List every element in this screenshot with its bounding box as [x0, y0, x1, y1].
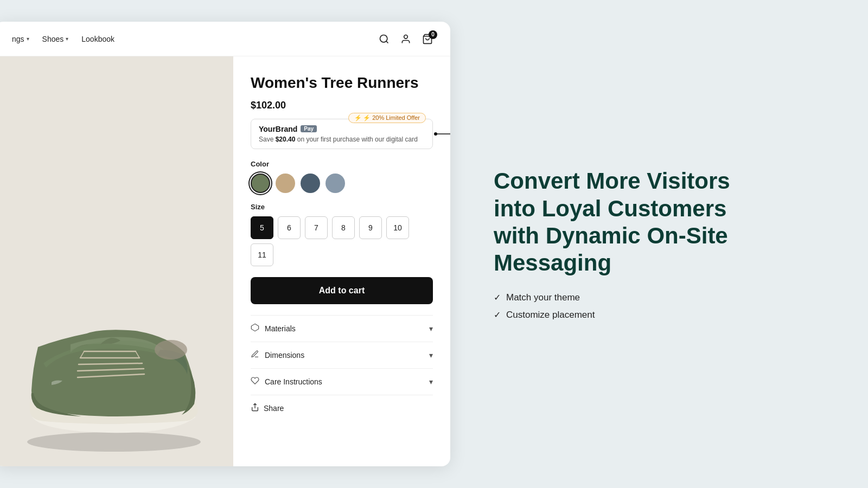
- accordion-materials: Materials ▾: [251, 315, 433, 342]
- feature-list: ✓ Match your theme ✓ Customize placement: [494, 292, 835, 320]
- color-swatch-navy[interactable]: [301, 174, 320, 193]
- chevron-icon: ▾: [66, 36, 68, 42]
- shop-card: ngs ▾ Shoes ▾ Lookbook: [0, 22, 450, 466]
- share-button[interactable]: Share: [251, 395, 433, 414]
- lightning-icon: ⚡: [354, 114, 362, 121]
- accordion-dimensions-label: Dimensions: [251, 350, 304, 361]
- svg-point-12: [155, 340, 187, 359]
- svg-marker-16: [251, 324, 258, 331]
- size-btn-10[interactable]: 10: [386, 216, 409, 239]
- size-options: 5 6 7 8 9 10 11: [251, 216, 433, 266]
- color-swatch-green[interactable]: [251, 174, 270, 193]
- size-btn-8[interactable]: 8: [332, 216, 355, 239]
- feature-item-2: ✓ Customize placement: [494, 310, 835, 320]
- feature-label-2: Customize placement: [506, 310, 595, 320]
- feature-label-1: Match your theme: [506, 292, 580, 303]
- nav-label-shoes: Shoes: [42, 35, 64, 43]
- accordion-care-header[interactable]: Care Instructions ▾: [251, 369, 433, 395]
- color-swatch-slate[interactable]: [326, 174, 345, 193]
- product-details: Women's Tree Runners $102.00 ⚡ ⚡ 20% Lim…: [233, 56, 450, 466]
- nav-label-lookbook: Lookbook: [81, 35, 114, 43]
- size-btn-6[interactable]: 6: [278, 216, 301, 239]
- svg-point-4: [27, 432, 201, 452]
- nav-label-bags: ngs: [12, 35, 24, 43]
- svg-point-2: [404, 35, 408, 38]
- pay-arrow: [433, 129, 450, 139]
- chevron-down-icon: ▾: [429, 377, 433, 386]
- product-image: [0, 239, 228, 466]
- accordion-materials-label: Materials: [251, 323, 296, 334]
- marketing-title: Convert More Visitors into Loyal Custome…: [494, 168, 776, 277]
- right-panel: Convert More Visitors into Loyal Custome…: [450, 168, 835, 320]
- color-swatches: [251, 174, 433, 193]
- search-button[interactable]: [379, 34, 390, 44]
- pay-badge: ⚡ ⚡ 20% Limited Offer: [348, 113, 426, 123]
- cart-count: 0: [429, 30, 437, 39]
- size-btn-11[interactable]: 11: [251, 243, 273, 266]
- nav-icons: 0: [379, 34, 433, 44]
- product-price: $102.00: [251, 100, 433, 111]
- size-btn-9[interactable]: 9: [359, 216, 382, 239]
- size-section: Size 5 6 7 8 9 10 11: [251, 203, 433, 266]
- nav-item-lookbook[interactable]: Lookbook: [81, 35, 114, 43]
- arrow-icon: [433, 129, 450, 139]
- materials-text: Materials: [265, 324, 296, 333]
- product-image-container: [0, 56, 233, 466]
- size-btn-7[interactable]: 7: [305, 216, 328, 239]
- care-icon: [251, 376, 259, 387]
- size-label: Size: [251, 203, 433, 211]
- navbar: ngs ▾ Shoes ▾ Lookbook: [0, 22, 450, 56]
- accordion-care-label: Care Instructions: [251, 376, 322, 387]
- accordion-care: Care Instructions ▾: [251, 368, 433, 395]
- chevron-icon: ▾: [27, 36, 29, 42]
- check-icon-2: ✓: [494, 310, 501, 320]
- pay-widget: ⚡ ⚡ 20% Limited Offer YourBrand Pay Save…: [251, 119, 433, 149]
- care-text: Care Instructions: [265, 377, 322, 386]
- accordion-materials-header[interactable]: Materials ▾: [251, 316, 433, 342]
- nav-item-bags[interactable]: ngs ▾: [12, 35, 29, 43]
- color-label: Color: [251, 160, 433, 168]
- product-area: Women's Tree Runners $102.00 ⚡ ⚡ 20% Lim…: [0, 56, 450, 466]
- size-btn-5[interactable]: 5: [251, 216, 273, 239]
- pay-brand-name: YourBrand: [259, 125, 297, 133]
- svg-line-1: [386, 41, 388, 43]
- account-icon: [400, 34, 411, 44]
- pay-brand-tag: Pay: [301, 125, 317, 132]
- nav-item-shoes[interactable]: Shoes ▾: [42, 35, 69, 43]
- color-section: Color: [251, 160, 433, 193]
- pay-description: Save $20.40 on your first purchase with …: [259, 136, 425, 143]
- svg-point-15: [434, 132, 437, 136]
- color-swatch-tan[interactable]: [276, 174, 295, 193]
- svg-point-0: [380, 35, 387, 42]
- accordion-dimensions-header[interactable]: Dimensions ▾: [251, 342, 433, 368]
- product-title: Women's Tree Runners: [251, 74, 433, 92]
- dimensions-text: Dimensions: [265, 351, 304, 359]
- chevron-down-icon: ▾: [429, 324, 433, 333]
- feature-item-1: ✓ Match your theme: [494, 292, 835, 303]
- materials-icon: [251, 323, 259, 334]
- accordion-dimensions: Dimensions ▾: [251, 342, 433, 368]
- search-icon: [379, 34, 390, 44]
- cart-button[interactable]: 0: [422, 34, 433, 44]
- chevron-down-icon: ▾: [429, 351, 433, 359]
- check-icon-1: ✓: [494, 292, 501, 303]
- pay-badge-text: ⚡ 20% Limited Offer: [363, 114, 420, 121]
- add-to-cart-button[interactable]: Add to cart: [251, 277, 433, 304]
- share-icon: [251, 403, 259, 414]
- page-wrapper: ngs ▾ Shoes ▾ Lookbook: [0, 0, 868, 488]
- account-button[interactable]: [400, 34, 411, 44]
- share-label: Share: [264, 404, 284, 413]
- pay-brand: YourBrand Pay: [259, 125, 425, 133]
- dimensions-icon: [251, 350, 259, 361]
